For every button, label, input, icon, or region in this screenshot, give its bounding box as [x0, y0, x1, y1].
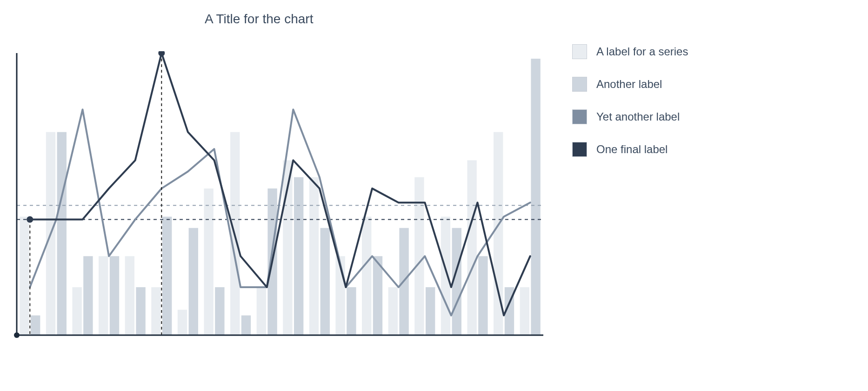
chart-container: A Title for the chart A label for a seri… — [0, 0, 868, 391]
chart-bar — [125, 256, 134, 335]
chart-bar — [151, 287, 160, 335]
legend-swatch — [572, 142, 587, 157]
chart-bar — [294, 177, 303, 335]
chart-bar — [162, 216, 172, 335]
legend-swatch — [572, 44, 587, 59]
chart-bar — [241, 316, 251, 335]
chart-title: A Title for the chart — [205, 12, 313, 27]
legend-item: Yet another label — [572, 109, 688, 124]
chart-bar — [136, 287, 145, 335]
chart-bar — [441, 216, 450, 335]
legend-swatch — [572, 109, 587, 124]
chart-bar — [20, 216, 29, 335]
chart-bar — [257, 287, 266, 335]
highlight-point — [27, 216, 33, 223]
chart-bar — [189, 228, 198, 335]
legend-swatch — [572, 77, 587, 92]
chart-plot-area — [14, 51, 544, 340]
chart-bar — [204, 189, 213, 335]
legend-item: One final label — [572, 142, 688, 157]
highlight-point — [158, 51, 165, 56]
chart-bar — [31, 316, 40, 335]
legend-item: Another label — [572, 77, 688, 92]
chart-bar — [531, 59, 540, 335]
legend-label: Yet another label — [596, 110, 680, 123]
legend-item: A label for a series — [572, 44, 688, 59]
chart-bar — [309, 177, 319, 335]
chart-bar — [110, 256, 119, 335]
chart-bar — [467, 160, 476, 335]
chart-bar — [388, 287, 398, 335]
chart-bar — [57, 132, 67, 335]
chart-bar — [426, 287, 435, 335]
chart-bar — [215, 287, 224, 335]
chart-bar — [414, 177, 424, 335]
chart-legend: A label for a series Another label Yet a… — [572, 44, 688, 157]
chart-bar — [520, 287, 529, 335]
chart-bar — [99, 256, 108, 335]
legend-label: One final label — [596, 143, 668, 156]
origin-point — [14, 332, 20, 338]
legend-label: Another label — [596, 78, 662, 91]
chart-bar — [347, 287, 356, 335]
legend-label: A label for a series — [596, 45, 688, 58]
chart-bar — [362, 216, 371, 335]
chart-bar — [478, 256, 487, 335]
chart-bar — [178, 310, 187, 335]
chart-bar — [320, 228, 330, 335]
chart-bar — [83, 256, 93, 335]
chart-bar — [72, 287, 81, 335]
